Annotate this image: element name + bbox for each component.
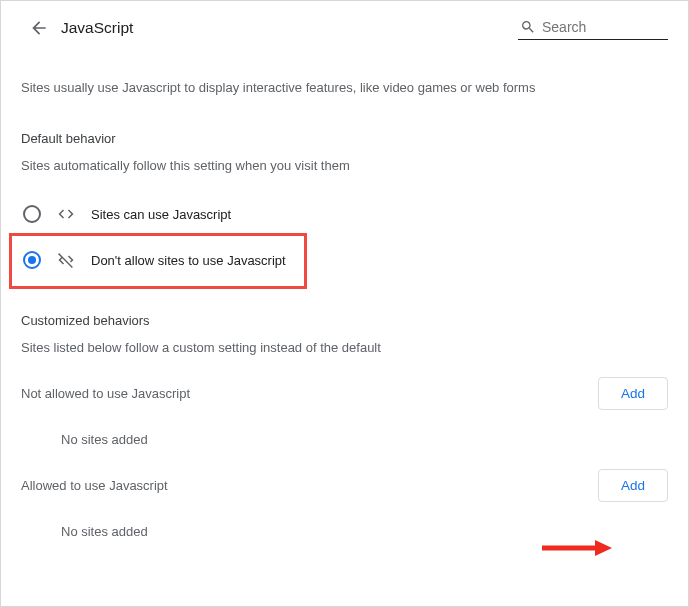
customized-subtitle: Sites listed below follow a custom setti… <box>21 340 668 355</box>
customized-title: Customized behaviors <box>21 313 668 328</box>
not-allowed-empty: No sites added <box>21 432 668 447</box>
settings-page: JavaScript Sites usually use Javascript … <box>0 0 689 607</box>
code-off-icon <box>57 251 75 269</box>
radio-option-block[interactable]: Don't allow sites to use Javascript <box>21 237 668 283</box>
radio-label: Sites can use Javascript <box>91 207 231 222</box>
radio-label: Don't allow sites to use Javascript <box>91 253 286 268</box>
code-icon <box>57 205 75 223</box>
customized-section: Customized behaviors Sites listed below … <box>21 313 668 539</box>
annotation-arrow-icon <box>540 538 612 558</box>
svg-marker-1 <box>595 540 612 556</box>
add-blocked-button[interactable]: Add <box>598 377 668 410</box>
page-title: JavaScript <box>61 19 506 37</box>
not-allowed-title: Not allowed to use Javascript <box>21 386 190 401</box>
search-icon <box>520 19 536 35</box>
back-button[interactable] <box>29 18 49 38</box>
search-input[interactable] <box>542 19 652 35</box>
content: Sites usually use Javascript to display … <box>1 80 688 539</box>
default-behavior-title: Default behavior <box>21 131 668 146</box>
radio-selected[interactable] <box>23 251 41 269</box>
default-behavior-subtitle: Sites automatically follow this setting … <box>21 158 668 173</box>
allowed-title: Allowed to use Javascript <box>21 478 168 493</box>
radio-option-allow[interactable]: Sites can use Javascript <box>21 191 668 237</box>
header: JavaScript <box>1 1 688 50</box>
arrow-left-icon <box>29 18 49 38</box>
allowed-empty: No sites added <box>21 524 668 539</box>
not-allowed-header: Not allowed to use Javascript Add <box>21 377 668 410</box>
radio-unselected[interactable] <box>23 205 41 223</box>
add-allowed-button[interactable]: Add <box>598 469 668 502</box>
page-description: Sites usually use Javascript to display … <box>21 80 668 95</box>
search-box[interactable] <box>518 15 668 40</box>
allowed-header: Allowed to use Javascript Add <box>21 469 668 502</box>
